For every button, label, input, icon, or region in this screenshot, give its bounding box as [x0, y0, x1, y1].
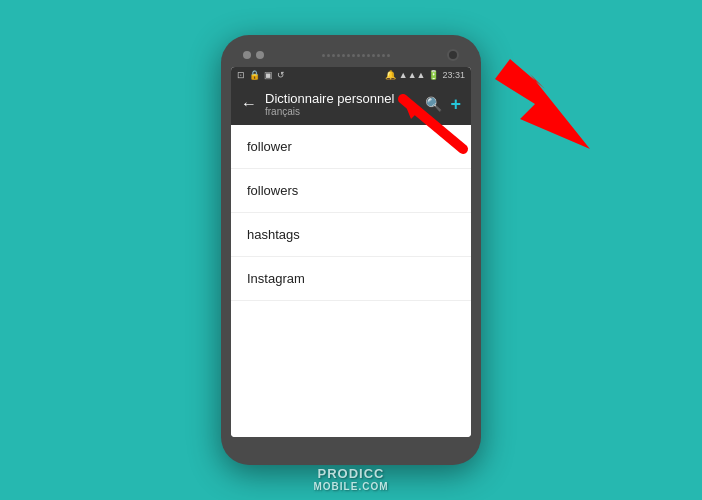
- sh14: [387, 54, 390, 57]
- add-word-button[interactable]: +: [450, 95, 461, 113]
- icon-sim: ⊡: [237, 70, 245, 80]
- icon-signal: ▲▲▲: [399, 70, 426, 80]
- watermark-line1: PRODICC: [318, 466, 385, 481]
- sh13: [382, 54, 385, 57]
- sh4: [337, 54, 340, 57]
- app-bar-actions: 🔍 +: [425, 95, 461, 113]
- watermark-line2: MOBILE.COM: [314, 481, 389, 492]
- sh1: [322, 54, 325, 57]
- annotation-arrow: [470, 54, 600, 164]
- sh12: [377, 54, 380, 57]
- sh7: [352, 54, 355, 57]
- svg-marker-4: [495, 59, 590, 149]
- status-right-icons: 🔔 ▲▲▲ 🔋 23:31: [385, 70, 465, 80]
- icon-volume: 🔔: [385, 70, 396, 80]
- app-bar-titles: Dictionnaire personnel français: [265, 91, 417, 117]
- list-item[interactable]: followers: [231, 169, 471, 213]
- back-button[interactable]: ←: [241, 95, 257, 113]
- list-item[interactable]: follower: [231, 125, 471, 169]
- app-bar-title: Dictionnaire personnel: [265, 91, 417, 106]
- sh5: [342, 54, 345, 57]
- icon-lock: 🔒: [249, 70, 260, 80]
- list-item[interactable]: Instagram: [231, 257, 471, 301]
- front-camera: [447, 49, 459, 61]
- status-left-icons: ⊡ 🔒 ▣ ↺: [237, 70, 285, 80]
- phone-screen: ⊡ 🔒 ▣ ↺ 🔔 ▲▲▲ 🔋 23:31 ← Dictionnaire per…: [231, 67, 471, 437]
- dot-1: [243, 51, 251, 59]
- app-bar: ← Dictionnaire personnel français 🔍 +: [231, 83, 471, 125]
- icon-sync: ↺: [277, 70, 285, 80]
- sh6: [347, 54, 350, 57]
- dot-2: [256, 51, 264, 59]
- status-time: 23:31: [442, 70, 465, 80]
- search-button[interactable]: 🔍: [425, 96, 442, 112]
- status-bar: ⊡ 🔒 ▣ ↺ 🔔 ▲▲▲ 🔋 23:31: [231, 67, 471, 83]
- sh8: [357, 54, 360, 57]
- sh11: [372, 54, 375, 57]
- sh10: [367, 54, 370, 57]
- app-bar-subtitle: français: [265, 106, 417, 117]
- sh2: [327, 54, 330, 57]
- icon-screen: ▣: [264, 70, 273, 80]
- word-list: follower followers hashtags Instagram: [231, 125, 471, 437]
- phone-top-bar: [231, 45, 471, 67]
- sh9: [362, 54, 365, 57]
- phone-dots: [243, 51, 264, 59]
- sh3: [332, 54, 335, 57]
- watermark: PRODICC MOBILE.COM: [314, 466, 389, 492]
- icon-battery: 🔋: [428, 70, 439, 80]
- phone-device: ⊡ 🔒 ▣ ↺ 🔔 ▲▲▲ 🔋 23:31 ← Dictionnaire per…: [221, 35, 481, 465]
- speaker-grille: [322, 54, 390, 57]
- list-item[interactable]: hashtags: [231, 213, 471, 257]
